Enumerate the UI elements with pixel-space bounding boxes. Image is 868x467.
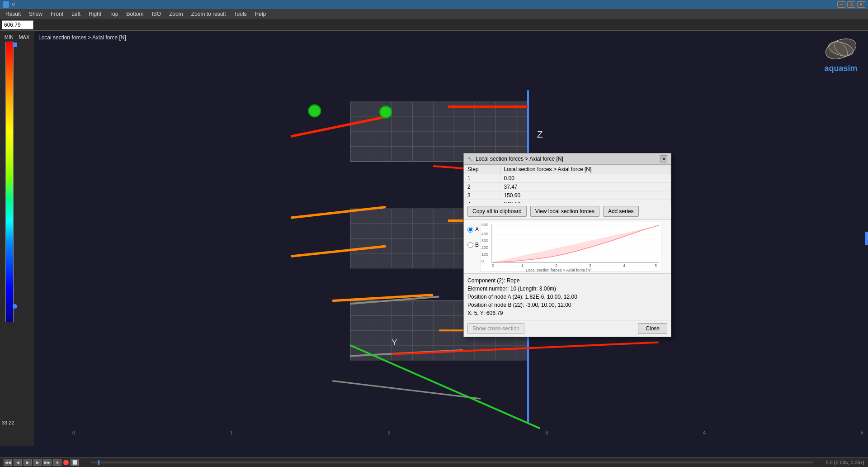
table-body[interactable]: 10.00237.473150.604340.185606.79 [464,174,671,204]
app-icon [3,1,9,8]
close-dialog-button[interactable]: Close [638,323,667,334]
table-row[interactable]: 3150.60 [464,191,671,200]
info-element: Element number: 10 (Length: 3.00m) [467,285,667,293]
add-series-button[interactable]: Add series [603,206,639,217]
menu-right[interactable]: Right [85,10,105,18]
menu-bottom[interactable]: Bottom [123,10,147,18]
step-forward-button[interactable]: ▶ [33,459,42,466]
stop-button[interactable]: ■ [53,459,61,466]
svg-text:100: 100 [481,252,488,257]
table-cell-value: 0.00 [500,174,671,183]
menu-top[interactable]: Top [106,10,122,18]
axis-tick-0: 0 [72,430,75,435]
table-cell-step: 3 [464,191,500,200]
svg-marker-18 [350,102,528,161]
logo-text-bold: sim [843,64,857,73]
table-row[interactable]: 237.47 [464,183,671,191]
menu-help[interactable]: Help [251,10,270,18]
chart-container: 600 400 300 200 100 0 [481,222,667,272]
show-cross-section-button[interactable]: Show cross-section [467,323,524,334]
table-cell-step: 2 [464,183,500,191]
menu-tools[interactable]: Tools [231,10,250,18]
table-cell-value: 150.60 [500,191,671,200]
close-window-button[interactable]: ✕ [857,1,865,8]
table-cell-step: 4 [464,200,500,204]
title-bar-left: V [3,1,15,8]
record-button[interactable]: ⬜ [71,459,79,466]
info-component: Component (2): Rope [467,276,667,285]
play-button[interactable]: ▶ [24,459,32,466]
info-node-a: Position of node A (24): 1.82E-6, 10.00,… [467,293,667,301]
min-label: MIN [5,34,14,40]
radio-b[interactable] [467,242,473,248]
app-title: V [12,2,15,7]
col-value: Local section forces > Axial force [N] [500,165,671,174]
svg-text:300: 300 [481,238,488,243]
bar-bottom-value: 33.22 [2,420,14,425]
right-edge-indicator [865,232,868,245]
play-back-button[interactable]: ◀◀ [4,459,12,466]
timeline[interactable] [91,462,813,463]
value-display[interactable]: 606.79 [2,20,33,29]
menu-iso[interactable]: ISO [148,10,165,18]
svg-text:Z: Z [537,129,543,139]
dialog-title-bar[interactable]: 🔧 Local section forces > Axial force [N]… [464,153,671,165]
svg-text:5: 5 [655,263,657,268]
table-row[interactable]: 10.00 [464,174,671,183]
title-bar: V — □ ✕ [0,0,868,9]
dialog-bottom: Show cross-section Close [464,320,671,337]
table-cell-step: 1 [464,174,500,183]
table-cell-value: 340.18 [500,200,671,204]
copy-button[interactable]: Copy all to clipboard [467,206,527,217]
menu-zoom-result[interactable]: Zoom to result [188,10,230,18]
logo: aquasim [823,35,859,73]
svg-text:0: 0 [492,263,494,268]
table-row[interactable]: 4340.18 [464,200,671,204]
min-max-labels: MIN MAX [2,34,32,40]
radio-b-label[interactable]: B [467,242,479,248]
radio-a[interactable] [467,227,473,233]
axis-tick-1: 1 [230,430,233,435]
main-area: MIN MAX 606.79 492.07 377.36 262.65 147.… [0,31,868,446]
svg-text:3: 3 [589,263,591,268]
chart-controls: A B 600 400 [467,222,667,272]
radio-a-label[interactable]: A [467,226,479,233]
menu-result[interactable]: Result [2,10,24,18]
maximize-button[interactable]: □ [847,1,855,8]
svg-text:2: 2 [555,263,557,268]
dialog: 🔧 Local section forces > Axial force [N]… [463,153,671,337]
menu-show[interactable]: Show [25,10,46,18]
timeline-indicator [98,460,99,465]
logo-text: aquasim [823,64,859,73]
dialog-table-container[interactable]: Step Local section forces > Axial force … [464,165,671,203]
axis-tick-3: 3 [545,430,548,435]
minimize-button[interactable]: — [837,1,845,8]
info-area: Component (2): Rope Element number: 10 (… [464,274,671,320]
left-panel: MIN MAX 606.79 492.07 377.36 262.65 147.… [0,31,34,446]
play-forward-button[interactable]: ▶▶ [43,459,52,466]
col-step: Step [464,165,500,174]
menu-left[interactable]: Left [68,10,84,18]
dialog-title-text: 🔧 Local section forces > Axial force [N] [467,156,563,162]
axis-tick-4: 4 [703,430,706,435]
status-text: 5.0 (0.00s, 0.05x) [826,460,864,465]
dialog-close-button[interactable]: ✕ [660,155,667,162]
color-bar [5,42,14,322]
svg-text:Y: Y [392,338,397,347]
step-back-button[interactable]: ◀ [14,459,22,466]
viewport[interactable]: Local section forces > Axial force [N] a… [34,31,868,446]
info-node-b: Position of node B (22): -3.00, 10.00, 1… [467,301,667,309]
info-coords: X: 5, Y: 606.79 [467,309,667,317]
record-indicator [63,460,69,465]
dialog-table: Step Local section forces > Axial force … [464,165,671,203]
title-controls: — □ ✕ [837,1,865,8]
view-local-button[interactable]: View local section forces [530,206,599,217]
svg-point-48 [380,106,392,118]
menu-zoom[interactable]: Zoom [165,10,187,18]
chart-svg: 600 400 300 200 100 0 [481,222,661,272]
scene-canvas[interactable]: Z [34,31,868,446]
menu-front[interactable]: Front [47,10,67,18]
radio-group: A B [467,222,479,248]
viewport-label: Local section forces > Axial force [N] [38,34,126,41]
axis-labels: 0 1 2 3 4 5 [68,430,868,435]
